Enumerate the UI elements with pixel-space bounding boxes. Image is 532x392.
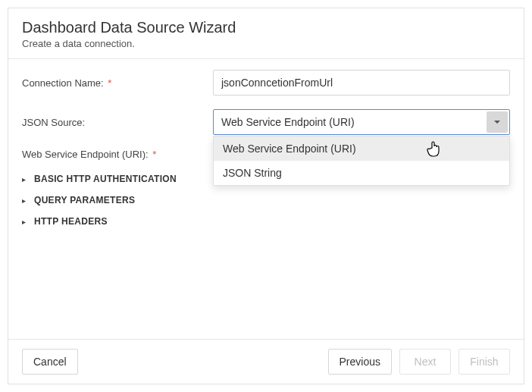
- field-connection-name: [213, 70, 510, 96]
- json-source-selected-text: Web Service Endpoint (URI): [221, 116, 355, 128]
- field-json-source: Web Service Endpoint (URI) Web Service E…: [213, 109, 510, 135]
- json-source-dropdown: Web Service Endpoint (URI) JSON String: [213, 136, 510, 186]
- label-connection-name-text: Connection Name:: [22, 77, 104, 89]
- finish-button[interactable]: Finish: [458, 349, 510, 375]
- dialog-header: Dashboard Data Source Wizard Create a da…: [8, 8, 524, 59]
- required-marker: *: [152, 149, 156, 160]
- next-button[interactable]: Next: [399, 349, 451, 375]
- dialog-footer: Cancel Previous Next Finish: [8, 339, 524, 384]
- label-endpoint-text: Web Service Endpoint (URI):: [22, 149, 149, 160]
- chevron-right-icon: ▸: [22, 218, 30, 226]
- dialog-body: Connection Name: * JSON Source: Web Serv…: [8, 59, 524, 339]
- dropdown-option-web-service[interactable]: Web Service Endpoint (URI): [214, 136, 509, 161]
- expander-query-params[interactable]: ▸ QUERY PARAMETERS: [22, 195, 510, 205]
- chevron-down-icon: [493, 117, 501, 128]
- chevron-right-icon: ▸: [22, 175, 30, 183]
- connection-name-input[interactable]: [213, 70, 510, 96]
- row-connection-name: Connection Name: *: [22, 70, 510, 96]
- expander-label: QUERY PARAMETERS: [34, 195, 135, 205]
- json-source-display[interactable]: Web Service Endpoint (URI): [213, 109, 510, 135]
- chevron-right-icon: ▸: [22, 196, 30, 205]
- footer-right-group: Previous Next Finish: [328, 349, 510, 375]
- dialog-title: Dashboard Data Source Wizard: [22, 19, 510, 36]
- json-source-select[interactable]: Web Service Endpoint (URI) Web Service E…: [213, 109, 510, 135]
- label-json-source: JSON Source:: [22, 117, 213, 128]
- dropdown-option-json-string[interactable]: JSON String: [214, 161, 509, 185]
- label-connection-name: Connection Name: *: [22, 77, 213, 89]
- dialog-subtitle: Create a data connection.: [22, 38, 510, 49]
- json-source-dropdown-button[interactable]: [487, 111, 508, 133]
- label-endpoint: Web Service Endpoint (URI): *: [22, 149, 213, 160]
- wizard-dialog: Dashboard Data Source Wizard Create a da…: [8, 8, 524, 384]
- expander-label: HTTP HEADERS: [34, 216, 108, 227]
- row-json-source: JSON Source: Web Service Endpoint (URI) …: [22, 109, 510, 135]
- expander-label: BASIC HTTP AUTHENTICATION: [34, 174, 177, 184]
- previous-button[interactable]: Previous: [328, 349, 392, 375]
- required-marker: *: [108, 77, 111, 89]
- expander-http-headers[interactable]: ▸ HTTP HEADERS: [22, 216, 510, 227]
- cancel-button[interactable]: Cancel: [22, 349, 78, 375]
